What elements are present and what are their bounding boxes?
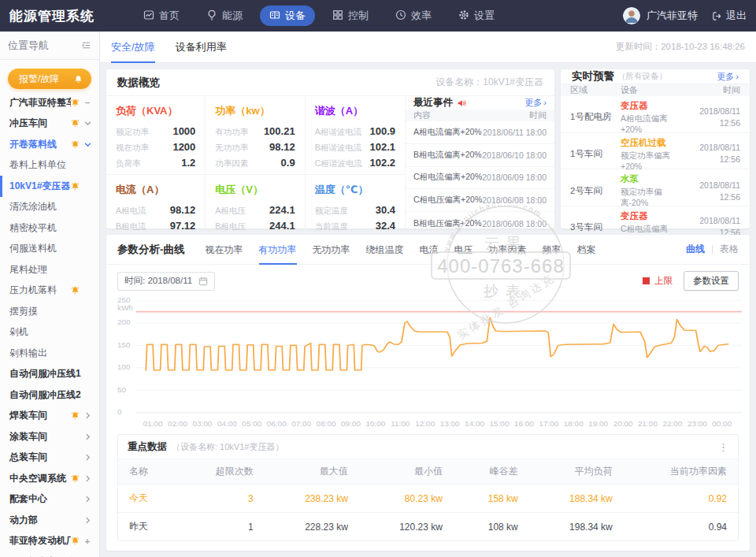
sidebar-item[interactable]: 动力部: [0, 510, 99, 531]
alarm-fault-label: 报警/故障: [19, 72, 59, 86]
warning-area: 1号车间: [570, 148, 621, 160]
table-row[interactable]: 今天3238.23 kw80.23 kw158 kw188.34 kw0.92: [118, 485, 738, 513]
metric-value: 30.4: [376, 202, 395, 217]
tab-device-utilization[interactable]: 设备利用率: [176, 32, 227, 63]
user-avatar[interactable]: [623, 7, 640, 24]
sidebar-item-label: 卷料上料单位: [9, 158, 81, 172]
sidebar-item[interactable]: 自动伺服冲压线1#: [0, 364, 99, 385]
event-row[interactable]: A相电流偏离+20%2018/06/11 18:00: [406, 121, 554, 144]
nav-item-control[interactable]: 控制: [323, 6, 378, 26]
metric-title: 电流（A）: [116, 183, 195, 197]
sidebar-item[interactable]: 压力机落料: [0, 280, 99, 302]
parameter-settings-button[interactable]: 参数设置: [684, 271, 739, 291]
expander-down-icon[interactable]: [81, 120, 94, 127]
param-tab-7[interactable]: 频率: [543, 235, 561, 265]
expander-right-icon[interactable]: [81, 496, 94, 503]
expander-minus-icon[interactable]: –: [81, 98, 94, 107]
date-picker[interactable]: 时间: 2018/08/11: [117, 272, 215, 291]
nav-item-energy[interactable]: 能源: [197, 6, 252, 26]
metric-value: 1200: [172, 139, 195, 154]
sidebar-item[interactable]: 精密校平机: [0, 217, 99, 239]
param-tab-6[interactable]: 功率因素: [489, 235, 527, 265]
expander-down-icon[interactable]: [81, 141, 94, 148]
nav-item-home[interactable]: 首页: [134, 6, 189, 26]
expander-plus-icon[interactable]: +: [81, 537, 94, 546]
sidebar-title: 位置导航: [8, 39, 49, 53]
sidebar-item[interactable]: 尾料处理: [0, 259, 99, 280]
sidebar-item[interactable]: 摆剪摸: [0, 301, 99, 322]
events-more-link[interactable]: 更多›: [524, 97, 547, 109]
sidebar-item[interactable]: 中央空调系统: [0, 468, 99, 489]
metric-value: 100.9: [369, 124, 395, 139]
param-tab-0[interactable]: 视在功率: [206, 235, 243, 265]
logout-button[interactable]: 退出: [712, 9, 747, 23]
toggle-divider: [712, 245, 713, 254]
alarm-fault-button[interactable]: 报警/故障: [8, 69, 91, 89]
sidebar-item[interactable]: 总装车间: [0, 447, 99, 469]
param-tab-4[interactable]: 电流: [420, 235, 439, 265]
sidebar-item-label: 摆剪摸: [9, 305, 81, 318]
sidebar-item[interactable]: 菲亚特发动机厂+: [0, 531, 99, 552]
svg-text:03:00: 03:00: [193, 421, 213, 428]
event-row[interactable]: B相电流偏离+20%2018/06/10 18:00: [406, 144, 554, 167]
row-value: 158 kw: [454, 485, 529, 513]
view-table-option[interactable]: 表格: [720, 243, 739, 256]
metric-value: 32.4: [376, 218, 395, 233]
warning-row[interactable]: 1号配电房变压器A相电流偏离+20%2018/08/1112:56: [561, 96, 750, 133]
param-tab-8[interactable]: 档案: [577, 235, 596, 265]
sidebar-item[interactable]: 开卷落料线: [0, 134, 99, 155]
svg-text:18:00: 18:00: [564, 421, 584, 428]
expander-right-icon[interactable]: [81, 433, 94, 440]
expander-right-icon[interactable]: [81, 454, 94, 461]
more-options-icon[interactable]: ⋮: [718, 441, 728, 453]
expander-right-icon[interactable]: [81, 412, 94, 419]
metric-value: 98.12: [269, 139, 295, 154]
nav-item-label: 设备: [285, 9, 306, 23]
nav-item-label: 首页: [159, 9, 180, 23]
sidebar-item[interactable]: 剁料输出: [0, 343, 99, 364]
expander-right-icon[interactable]: [81, 517, 94, 524]
sidebar-item[interactable]: 伺服送料机: [0, 239, 99, 260]
sidebar-item-label: 涂装车间: [9, 430, 81, 444]
metric-value: 102.2: [369, 155, 395, 170]
expander-right-icon[interactable]: [81, 475, 94, 482]
event-time: 2018/06/10 18:00: [482, 150, 547, 160]
warning-row[interactable]: 2号车间水泵额定功率偏离-20%2018/08/1112:56: [561, 169, 750, 206]
sidebar-item[interactable]: 涂装车间: [0, 426, 99, 447]
event-row[interactable]: B相电压偏离+20%2018/06/08 18:00: [406, 212, 554, 235]
sidebar-item[interactable]: 冲压车间: [0, 113, 99, 135]
param-tab-5[interactable]: 电压: [454, 235, 473, 265]
sidebar-item[interactable]: 配套中心: [0, 489, 99, 511]
event-row[interactable]: C相电压偏离+20%2018/06/08 18:00: [406, 189, 554, 212]
param-tab-1[interactable]: 有功功率: [259, 235, 297, 265]
collapse-menu-icon[interactable]: [81, 40, 91, 50]
sidebar-item[interactable]: 卷料上料单位: [0, 155, 99, 176]
row-name: 昨天: [118, 513, 177, 541]
event-row[interactable]: C相电流偏离+20%2018/06/09 18:00: [406, 167, 554, 190]
row-value: 3: [177, 485, 264, 513]
param-tab-3[interactable]: 绕组温度: [366, 235, 404, 265]
sidebar-item[interactable]: 零件部中心仓库+: [0, 551, 99, 557]
sidebar-item[interactable]: 焊装车间: [0, 406, 99, 427]
view-curve-option[interactable]: 曲线: [686, 243, 705, 256]
power-curve-chart[interactable]: 050100150200250kWh01:0002:0003:0004:0005…: [106, 292, 750, 433]
nav-item-device[interactable]: 设备: [260, 6, 315, 26]
sidebar-item-label: 伺服送料机: [9, 242, 81, 255]
sidebar-item-label: 自动伺服冲压线1#: [9, 367, 81, 381]
warning-device: 变压器: [621, 210, 684, 222]
sidebar-item[interactable]: 广汽菲亚特整车厂–: [0, 92, 99, 113]
metric-value: 224.1: [269, 202, 295, 217]
warning-row[interactable]: 1号车间空压机过载额定功率偏离+20%2018/08/1112:56: [561, 133, 750, 170]
param-tab-2[interactable]: 无功功率: [313, 235, 350, 265]
warnings-more-link[interactable]: 更多›: [717, 71, 739, 83]
svg-text:21:00: 21:00: [638, 421, 658, 428]
sidebar-item[interactable]: 自动伺服冲压线2#: [0, 384, 99, 406]
sidebar-item[interactable]: 10kV1#变压器: [0, 176, 99, 197]
sidebar-item[interactable]: 剁机: [0, 322, 99, 343]
table-row[interactable]: 昨天1228.23 kw120.23 kw108 kw198.34 kw0.94: [118, 513, 738, 541]
nav-item-efficiency[interactable]: 效率: [386, 6, 441, 26]
nav-item-settings[interactable]: 设置: [449, 6, 504, 26]
sidebar-item[interactable]: 清洗涂油机: [0, 197, 99, 218]
svg-text:16:00: 16:00: [514, 421, 534, 428]
tab-safety-fault[interactable]: 安全/故障: [111, 32, 155, 63]
